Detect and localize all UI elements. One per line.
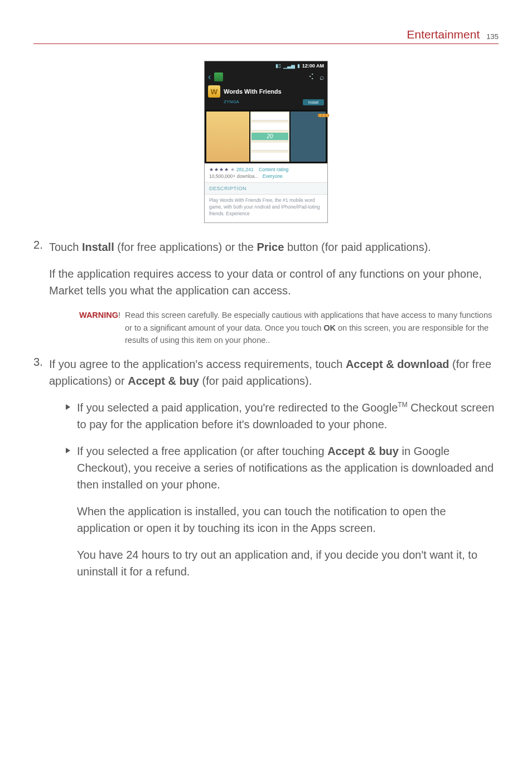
warning-block: WARNING! Read this screen carefully. Be …	[49, 309, 499, 346]
back-icon: ‹	[208, 72, 211, 82]
bullet-paid-text: If you selected a paid application, you'…	[77, 399, 499, 433]
step-2-text: Touch Install (for free applications) or…	[49, 239, 499, 255]
app-icon: W	[208, 85, 220, 98]
bullet-free-text: If you selected a free application (or a…	[77, 443, 499, 493]
bullet-free: If you selected a free application (or a…	[66, 443, 499, 493]
step-3: If you agree to the application's access…	[33, 356, 499, 580]
step-3-follow-1: When the application is installed, you c…	[49, 503, 499, 536]
warning-label: WARNING!	[79, 309, 120, 321]
screenshot-topbar: ▮▯ ▁▃▅ ▮ 12:00 AM ‹ ⠪ ⌕ W Words With Fri…	[205, 61, 327, 110]
step-3-bullets: If you selected a paid application, you'…	[49, 399, 499, 493]
search-icon: ⌕	[320, 72, 324, 81]
step-3-text: If you agree to the application's access…	[49, 356, 499, 389]
step-3-follow-2: You have 24 hours to try out an applicat…	[49, 546, 499, 580]
page-number: 135	[486, 32, 499, 41]
step-2: Touch Install (for free applications) or…	[33, 239, 499, 346]
content-rating: Content rating	[259, 167, 288, 172]
share-icon: ⠪	[308, 72, 314, 81]
shot2-number: 20	[252, 133, 288, 141]
carousel-shot-1	[206, 112, 249, 162]
status-time: 12:00 AM	[302, 63, 324, 69]
bag-icon	[214, 72, 223, 81]
warning-body: Read this screen carefully. Be especiall…	[79, 309, 499, 346]
app-meta: ★★★★ ★ 281,241 Content rating 10,500,000…	[205, 163, 327, 182]
bars-icon: ▁▃▅	[283, 63, 295, 69]
description-heading: DESCRIPTION	[205, 182, 327, 195]
app-subrow: ZYNGA Install	[208, 99, 324, 105]
app-publisher: ZYNGA	[224, 99, 239, 105]
carousel-shot-3	[291, 112, 326, 162]
status-bar: ▮▯ ▁▃▅ ▮ 12:00 AM	[208, 63, 324, 69]
carousel-shot-2: 20	[250, 112, 289, 162]
rating-stars: ★★★★	[209, 167, 229, 172]
audience: Everyone	[263, 173, 283, 179]
step-2-followup: If the application requires access to yo…	[49, 265, 499, 299]
market-screenshot: ▮▯ ▁▃▅ ▮ 12:00 AM ‹ ⠪ ⌕ W Words With Fri…	[204, 61, 328, 223]
screenshot-carousel: 20	[205, 110, 327, 163]
bullet-paid: If you selected a paid application, you'…	[66, 399, 499, 433]
header-section: Entertainment	[407, 28, 480, 41]
app-title: Words With Friends	[224, 88, 324, 95]
description-body: Play Words With Friends Free, the #1 mob…	[205, 195, 327, 223]
install-button: Install	[303, 99, 324, 105]
screenshot-nav: ‹ ⠪ ⌕	[208, 72, 324, 82]
app-title-row: W Words With Friends	[208, 85, 324, 98]
signal-icon: ▮▯	[275, 63, 281, 69]
page-header: Entertainment 135	[33, 28, 499, 44]
battery-icon: ▮	[297, 63, 300, 69]
review-count: 281,241	[236, 167, 254, 172]
download-count: 10,500,000+ downloa...	[209, 173, 259, 179]
